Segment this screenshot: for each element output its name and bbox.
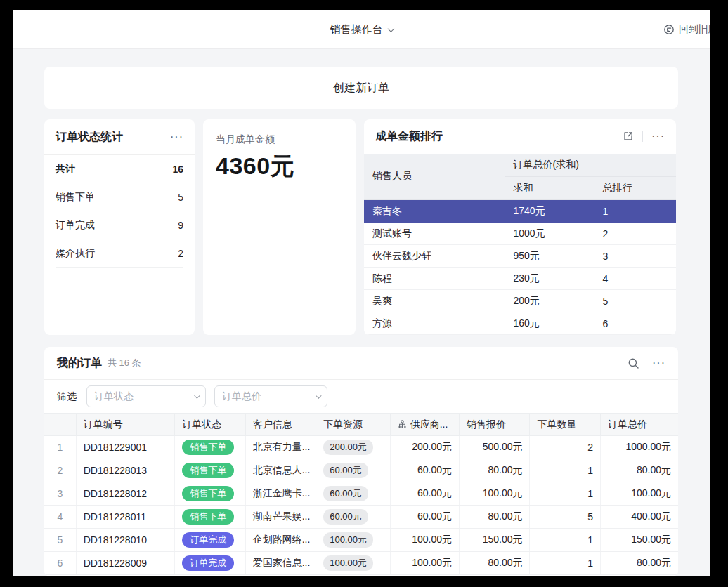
col-row-number — [44, 414, 76, 436]
order-row[interactable]: 1DD181229001销售下单北京有力量...200.00元200.00元50… — [44, 436, 678, 459]
status-row[interactable]: 销售下单5 — [56, 183, 183, 211]
order-row[interactable]: 6DD181228009订单完成爱国家信息...100.00元100.00元80… — [44, 552, 678, 575]
order-row[interactable]: 5DD181228010订单完成企划路网络...100.00元100.00元15… — [44, 529, 678, 552]
order-qty: 1 — [530, 482, 600, 506]
order-status-stats-card: 订单状态统计 ··· 共计16销售下单5订单完成9媒介执行2 — [44, 119, 195, 335]
order-total-filter-select[interactable]: 订单总价 — [214, 385, 327, 407]
order-supplier-price: 60.00元 — [390, 459, 459, 482]
order-resource-badge[interactable]: 60.00元 — [323, 463, 368, 478]
status-row[interactable]: 媒介执行2 — [56, 239, 183, 268]
dashboard-switcher[interactable]: 销售操作台 — [330, 10, 393, 49]
order-no[interactable]: DD181228013 — [76, 459, 175, 482]
col-order-status[interactable]: 订单状态 — [175, 414, 245, 436]
dashboard-body: 创建新订单 订单状态统计 ··· 共计16销售下单5订单完成9媒介执行2 当月成… — [13, 67, 710, 576]
order-row[interactable]: 2DD181228013销售下单北京信息大...60.00元60.00元80.0… — [44, 459, 678, 482]
ranking-rank: 5 — [594, 290, 676, 312]
ranking-row[interactable]: 测试账号1000元2 — [364, 223, 676, 245]
order-resource-badge[interactable]: 200.00元 — [323, 440, 373, 455]
col-order-no[interactable]: 订单编号 — [76, 414, 175, 436]
order-row[interactable]: 4DD181228011销售下单湖南芒果娱...60.00元60.00元80.0… — [44, 506, 678, 529]
ranking-row[interactable]: 吴爽200元5 — [364, 290, 676, 312]
col-supplier[interactable]: 供应商... — [390, 414, 459, 436]
chevron-down-icon — [316, 393, 321, 398]
order-no[interactable]: DD181228011 — [76, 506, 175, 529]
ranking-col-group[interactable]: 订单总价(求和) — [505, 154, 676, 177]
ranking-person: 伙伴云魏少轩 — [364, 245, 505, 268]
order-no[interactable]: DD181228012 — [76, 482, 175, 506]
order-status-badge: 订单完成 — [182, 555, 234, 571]
order-supplier-price: 100.00元 — [390, 529, 459, 552]
order-quote: 80.00元 — [460, 459, 530, 482]
search-icon[interactable] — [628, 357, 639, 369]
more-menu-icon[interactable]: ··· — [652, 357, 665, 369]
open-in-new-icon[interactable] — [623, 131, 634, 142]
back-to-old-version-link[interactable]: 回到旧版 — [663, 10, 710, 49]
ranking-col-rank[interactable]: 总排行 — [594, 177, 676, 200]
order-no[interactable]: DD181229001 — [76, 436, 175, 459]
ranking-col-sum[interactable]: 求和 — [505, 177, 594, 200]
create-order-button[interactable]: 创建新订单 — [44, 67, 678, 109]
order-customer[interactable]: 爱国家信息... — [245, 552, 316, 575]
order-quote: 80.00元 — [460, 552, 530, 575]
order-customer[interactable]: 湖南芒果娱... — [245, 506, 316, 529]
ranking-rank: 6 — [594, 312, 676, 335]
order-resource-cell: 60.00元 — [316, 506, 390, 529]
ranking-rank: 2 — [594, 223, 676, 245]
order-status-cell: 销售下单 — [175, 459, 245, 482]
order-row[interactable]: 3DD181228012销售下单浙江金鹰卡...60.00元60.00元100.… — [44, 482, 678, 506]
order-qty: 5 — [530, 506, 600, 529]
chevron-down-icon — [194, 393, 200, 398]
order-resource-cell: 60.00元 — [316, 459, 390, 482]
ranking-person: 陈程 — [364, 268, 505, 290]
order-no[interactable]: DD181228010 — [76, 529, 175, 552]
order-resource-badge[interactable]: 100.00元 — [323, 555, 373, 571]
col-qty[interactable]: 下单数量 — [530, 414, 600, 436]
ranking-row[interactable]: 陈程230元4 — [364, 268, 676, 290]
order-resource-badge[interactable]: 60.00元 — [323, 509, 368, 525]
order-customer[interactable]: 企划路网络... — [245, 529, 316, 552]
order-resource-cell: 60.00元 — [316, 482, 390, 506]
order-no[interactable]: DD181228009 — [76, 552, 175, 575]
page-title: 销售操作台 — [330, 23, 383, 37]
order-total: 400.00元 — [600, 506, 678, 529]
restore-version-icon — [663, 24, 675, 35]
order-resource-badge[interactable]: 60.00元 — [323, 486, 368, 501]
ranking-row[interactable]: 秦吉冬1740元1 — [364, 200, 676, 223]
col-total[interactable]: 订单总价 — [600, 414, 678, 436]
order-qty: 1 — [530, 459, 600, 482]
status-row-value: 16 — [172, 164, 183, 175]
status-row[interactable]: 订单完成9 — [56, 211, 183, 239]
ranking-rank: 3 — [594, 245, 676, 268]
order-customer[interactable]: 北京有力量... — [245, 436, 316, 459]
order-status-badge: 订单完成 — [182, 532, 234, 548]
ranking-person: 方源 — [364, 312, 505, 335]
order-row-number: 1 — [44, 436, 76, 459]
col-supplier-label: 供应商... — [410, 418, 448, 431]
order-resource-badge[interactable]: 100.00元 — [323, 532, 373, 548]
col-resource[interactable]: 下单资源 — [316, 414, 390, 436]
ranking-col-person[interactable]: 销售人员 — [364, 154, 505, 200]
monthly-amount-value: 4360元 — [216, 150, 343, 183]
status-row-label: 媒介执行 — [56, 247, 95, 260]
monthly-amount-card: 当月成单金额 4360元 — [203, 119, 356, 335]
orders-card-actions: ··· — [628, 357, 665, 369]
col-quote[interactable]: 销售报价 — [460, 414, 530, 436]
ranking-row[interactable]: 伙伴云魏少轩950元3 — [364, 245, 676, 268]
ranking-person: 吴爽 — [364, 290, 505, 312]
ranking-row[interactable]: 方源160元6 — [364, 312, 676, 335]
orders-card-title: 我的订单 — [57, 356, 102, 371]
more-menu-icon[interactable]: ··· — [651, 131, 665, 142]
order-customer[interactable]: 浙江金鹰卡... — [245, 482, 316, 506]
ranking-sum: 200元 — [505, 290, 594, 312]
order-status-filter-select[interactable]: 订单状态 — [86, 385, 206, 407]
more-menu-icon[interactable]: ··· — [170, 131, 183, 143]
col-customer[interactable]: 客户信息 — [245, 414, 316, 436]
order-status-badge: 销售下单 — [182, 440, 234, 455]
order-row-number: 3 — [44, 482, 76, 506]
amount-ranking-card: 成单金额排行 ··· — [364, 119, 676, 335]
status-row[interactable]: 共计16 — [56, 155, 183, 183]
order-customer[interactable]: 北京信息大... — [245, 459, 316, 482]
order-quote: 150.00元 — [460, 529, 530, 552]
widgets-row: 订单状态统计 ··· 共计16销售下单5订单完成9媒介执行2 当月成单金额 43… — [44, 119, 678, 335]
order-total: 1000.00元 — [600, 436, 678, 459]
